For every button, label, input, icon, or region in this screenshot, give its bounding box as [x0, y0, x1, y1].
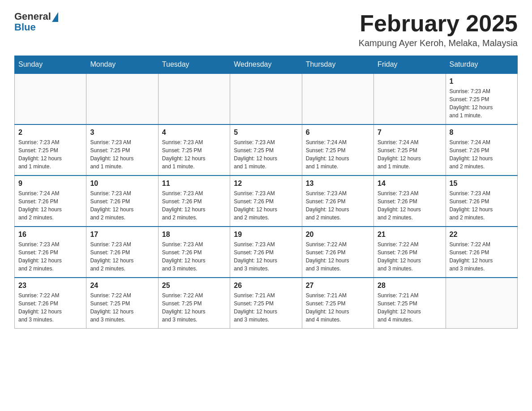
- calendar-week-row: 9Sunrise: 7:24 AM Sunset: 7:26 PM Daylig…: [15, 176, 518, 227]
- calendar-week-row: 1Sunrise: 7:23 AM Sunset: 7:25 PM Daylig…: [15, 73, 518, 124]
- calendar-cell: 17Sunrise: 7:23 AM Sunset: 7:26 PM Dayli…: [86, 227, 158, 278]
- day-info: Sunrise: 7:21 AM Sunset: 7:25 PM Dayligh…: [234, 291, 298, 324]
- logo-triangle-icon: [52, 12, 58, 22]
- day-number: 26: [234, 282, 298, 290]
- day-info: Sunrise: 7:23 AM Sunset: 7:26 PM Dayligh…: [162, 240, 226, 273]
- calendar-cell: 19Sunrise: 7:23 AM Sunset: 7:26 PM Dayli…: [230, 227, 302, 278]
- calendar-cell: [230, 73, 302, 124]
- calendar-cell: 28Sunrise: 7:21 AM Sunset: 7:25 PM Dayli…: [374, 278, 446, 329]
- day-number: 22: [450, 231, 514, 239]
- day-number: 10: [90, 180, 154, 188]
- calendar-cell: 9Sunrise: 7:24 AM Sunset: 7:26 PM Daylig…: [15, 176, 86, 227]
- day-number: 15: [450, 180, 514, 188]
- day-info: Sunrise: 7:24 AM Sunset: 7:26 PM Dayligh…: [18, 189, 82, 222]
- day-number: 8: [450, 128, 514, 137]
- day-info: Sunrise: 7:22 AM Sunset: 7:25 PM Dayligh…: [90, 291, 154, 324]
- day-number: 20: [306, 231, 370, 239]
- day-info: Sunrise: 7:22 AM Sunset: 7:25 PM Dayligh…: [162, 291, 226, 324]
- calendar-cell: 3Sunrise: 7:23 AM Sunset: 7:25 PM Daylig…: [86, 124, 158, 176]
- calendar-cell: 1Sunrise: 7:23 AM Sunset: 7:25 PM Daylig…: [446, 73, 517, 124]
- day-info: Sunrise: 7:24 AM Sunset: 7:25 PM Dayligh…: [306, 138, 370, 171]
- day-info: Sunrise: 7:22 AM Sunset: 7:26 PM Dayligh…: [450, 240, 514, 273]
- day-number: 23: [18, 282, 82, 290]
- location-title: Kampung Ayer Keroh, Melaka, Malaysia: [359, 38, 518, 48]
- calendar-cell: 4Sunrise: 7:23 AM Sunset: 7:25 PM Daylig…: [158, 124, 230, 176]
- calendar-cell: [158, 73, 230, 124]
- calendar-week-row: 23Sunrise: 7:22 AM Sunset: 7:26 PM Dayli…: [15, 278, 518, 329]
- calendar-week-row: 2Sunrise: 7:23 AM Sunset: 7:25 PM Daylig…: [15, 124, 518, 176]
- weekday-header-row: SundayMondayTuesdayWednesdayThursdayFrid…: [15, 56, 518, 74]
- title-section: February 2025 Kampung Ayer Keroh, Melaka…: [359, 11, 518, 48]
- day-number: 18: [162, 231, 226, 239]
- day-number: 24: [90, 282, 154, 290]
- day-number: 11: [162, 180, 226, 188]
- day-info: Sunrise: 7:23 AM Sunset: 7:26 PM Dayligh…: [450, 189, 514, 222]
- calendar-cell: [15, 73, 86, 124]
- calendar-cell: 2Sunrise: 7:23 AM Sunset: 7:25 PM Daylig…: [15, 124, 86, 176]
- calendar-cell: 21Sunrise: 7:22 AM Sunset: 7:26 PM Dayli…: [374, 227, 446, 278]
- day-number: 4: [162, 128, 226, 137]
- weekday-header-friday: Friday: [374, 56, 446, 74]
- calendar-cell: 23Sunrise: 7:22 AM Sunset: 7:26 PM Dayli…: [15, 278, 86, 329]
- calendar-cell: 24Sunrise: 7:22 AM Sunset: 7:25 PM Dayli…: [86, 278, 158, 329]
- weekday-header-wednesday: Wednesday: [230, 56, 302, 74]
- day-number: 7: [378, 128, 442, 137]
- calendar-cell: 6Sunrise: 7:24 AM Sunset: 7:25 PM Daylig…: [302, 124, 373, 176]
- calendar-week-row: 16Sunrise: 7:23 AM Sunset: 7:26 PM Dayli…: [15, 227, 518, 278]
- page-header: General Blue February 2025 Kampung Ayer …: [14, 11, 518, 48]
- day-info: Sunrise: 7:23 AM Sunset: 7:26 PM Dayligh…: [90, 240, 154, 273]
- calendar-cell: [302, 73, 373, 124]
- weekday-header-sunday: Sunday: [15, 56, 86, 74]
- calendar-cell: 20Sunrise: 7:22 AM Sunset: 7:26 PM Dayli…: [302, 227, 373, 278]
- day-info: Sunrise: 7:23 AM Sunset: 7:25 PM Dayligh…: [234, 138, 298, 171]
- calendar-cell: 15Sunrise: 7:23 AM Sunset: 7:26 PM Dayli…: [446, 176, 517, 227]
- weekday-header-monday: Monday: [86, 56, 158, 74]
- calendar-cell: 26Sunrise: 7:21 AM Sunset: 7:25 PM Dayli…: [230, 278, 302, 329]
- day-info: Sunrise: 7:21 AM Sunset: 7:25 PM Dayligh…: [378, 291, 442, 324]
- calendar-cell: 7Sunrise: 7:24 AM Sunset: 7:25 PM Daylig…: [374, 124, 446, 176]
- day-info: Sunrise: 7:23 AM Sunset: 7:26 PM Dayligh…: [234, 189, 298, 222]
- calendar-cell: 16Sunrise: 7:23 AM Sunset: 7:26 PM Dayli…: [15, 227, 86, 278]
- calendar-cell: [374, 73, 446, 124]
- day-info: Sunrise: 7:23 AM Sunset: 7:26 PM Dayligh…: [18, 240, 82, 273]
- day-number: 14: [378, 180, 442, 188]
- calendar-cell: 10Sunrise: 7:23 AM Sunset: 7:26 PM Dayli…: [86, 176, 158, 227]
- day-info: Sunrise: 7:23 AM Sunset: 7:26 PM Dayligh…: [162, 189, 226, 222]
- calendar-cell: 14Sunrise: 7:23 AM Sunset: 7:26 PM Dayli…: [374, 176, 446, 227]
- calendar-cell: 12Sunrise: 7:23 AM Sunset: 7:26 PM Dayli…: [230, 176, 302, 227]
- logo: General Blue: [14, 11, 58, 33]
- day-info: Sunrise: 7:22 AM Sunset: 7:26 PM Dayligh…: [18, 291, 82, 324]
- day-number: 9: [18, 180, 82, 188]
- day-number: 19: [234, 231, 298, 239]
- day-info: Sunrise: 7:23 AM Sunset: 7:25 PM Dayligh…: [450, 87, 514, 120]
- day-info: Sunrise: 7:23 AM Sunset: 7:25 PM Dayligh…: [162, 138, 226, 171]
- calendar-cell: [446, 278, 517, 329]
- day-number: 13: [306, 180, 370, 188]
- calendar-table: SundayMondayTuesdayWednesdayThursdayFrid…: [14, 56, 518, 329]
- logo-general-text: General: [14, 11, 51, 22]
- day-info: Sunrise: 7:23 AM Sunset: 7:26 PM Dayligh…: [90, 189, 154, 222]
- day-number: 12: [234, 180, 298, 188]
- day-info: Sunrise: 7:23 AM Sunset: 7:25 PM Dayligh…: [18, 138, 82, 171]
- calendar-cell: 25Sunrise: 7:22 AM Sunset: 7:25 PM Dayli…: [158, 278, 230, 329]
- day-info: Sunrise: 7:24 AM Sunset: 7:25 PM Dayligh…: [378, 138, 442, 171]
- weekday-header-thursday: Thursday: [302, 56, 373, 74]
- calendar-cell: 13Sunrise: 7:23 AM Sunset: 7:26 PM Dayli…: [302, 176, 373, 227]
- calendar-cell: 5Sunrise: 7:23 AM Sunset: 7:25 PM Daylig…: [230, 124, 302, 176]
- day-number: 17: [90, 231, 154, 239]
- day-number: 16: [18, 231, 82, 239]
- day-info: Sunrise: 7:23 AM Sunset: 7:26 PM Dayligh…: [306, 189, 370, 222]
- day-info: Sunrise: 7:22 AM Sunset: 7:26 PM Dayligh…: [306, 240, 370, 273]
- day-number: 28: [378, 282, 442, 290]
- day-number: 5: [234, 128, 298, 137]
- month-title: February 2025: [359, 11, 518, 36]
- weekday-header-tuesday: Tuesday: [158, 56, 230, 74]
- day-info: Sunrise: 7:23 AM Sunset: 7:26 PM Dayligh…: [378, 189, 442, 222]
- calendar-cell: 27Sunrise: 7:21 AM Sunset: 7:25 PM Dayli…: [302, 278, 373, 329]
- day-info: Sunrise: 7:22 AM Sunset: 7:26 PM Dayligh…: [378, 240, 442, 273]
- day-info: Sunrise: 7:23 AM Sunset: 7:25 PM Dayligh…: [90, 138, 154, 171]
- calendar-cell: 11Sunrise: 7:23 AM Sunset: 7:26 PM Dayli…: [158, 176, 230, 227]
- calendar-cell: 18Sunrise: 7:23 AM Sunset: 7:26 PM Dayli…: [158, 227, 230, 278]
- day-info: Sunrise: 7:23 AM Sunset: 7:26 PM Dayligh…: [234, 240, 298, 273]
- day-number: 25: [162, 282, 226, 290]
